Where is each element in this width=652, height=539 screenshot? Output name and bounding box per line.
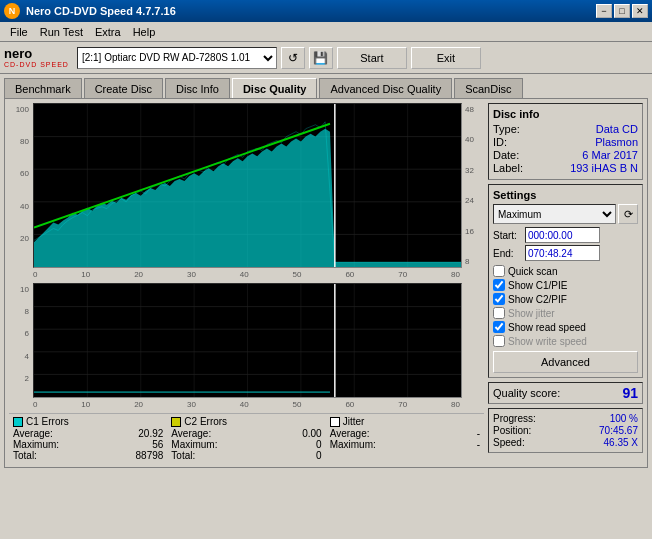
start-row: Start: [493, 227, 638, 243]
quick-scan-checkbox[interactable] [493, 265, 505, 277]
save-icon[interactable]: 💾 [309, 47, 333, 69]
end-row: End: [493, 245, 638, 261]
show-c2-checkbox[interactable] [493, 293, 505, 305]
top-chart [33, 103, 462, 268]
progress-label: Progress: [493, 413, 536, 424]
title-bar: N Nero CD-DVD Speed 4.7.7.16 − □ ✕ [0, 0, 652, 22]
c2-total-value: 0 [316, 450, 322, 461]
show-c2-row: Show C2/PIF [493, 293, 638, 305]
progress-section: Progress: 100 % Position: 70:45.67 Speed… [488, 408, 643, 453]
speed-row-prog: Speed: 46.35 X [493, 437, 638, 448]
settings-section: Settings Maximum ⟳ Start: End: Quick sca… [488, 184, 643, 378]
jitter-average-value: - [477, 428, 480, 439]
id-label: ID: [493, 136, 507, 148]
jitter-average-row: Average: - [330, 428, 480, 439]
menu-file[interactable]: File [4, 24, 34, 40]
jitter-color-box [330, 417, 340, 427]
c1-average-value: 20.92 [138, 428, 163, 439]
show-write-speed-checkbox[interactable] [493, 335, 505, 347]
quick-scan-row: Quick scan [493, 265, 638, 277]
close-button[interactable]: ✕ [632, 4, 648, 18]
c2-header: C2 Errors [171, 416, 321, 427]
show-c1-checkbox[interactable] [493, 279, 505, 291]
tabs-container: Benchmark Create Disc Disc Info Disc Qua… [0, 74, 652, 98]
drive-selector[interactable]: [2:1] Optiarc DVD RW AD-7280S 1.01 [77, 47, 277, 69]
menu-help[interactable]: Help [127, 24, 162, 40]
start-input[interactable] [525, 227, 600, 243]
show-jitter-label: Show jitter [508, 308, 555, 319]
menu-bar: File Run Test Extra Help [0, 22, 652, 42]
bottom-chart [33, 283, 462, 398]
progress-row: Progress: 100 % [493, 413, 638, 424]
c1-average-label: Average: [13, 428, 53, 439]
top-chart-section: 100 80 60 40 20 [9, 103, 484, 268]
disc-label-value: 193 iHAS B N [570, 162, 638, 174]
tab-disc-quality[interactable]: Disc Quality [232, 78, 318, 98]
start-button[interactable]: Start [337, 47, 407, 69]
top-chart-svg [34, 104, 461, 267]
c1-header: C1 Errors [13, 416, 163, 427]
date-label: Date: [493, 149, 519, 161]
jitter-max-label: Maximum: [330, 439, 376, 450]
show-jitter-checkbox[interactable] [493, 307, 505, 319]
quality-score-label: Quality score: [493, 387, 560, 399]
c2-max-label: Maximum: [171, 439, 217, 450]
label-row: Label: 193 iHAS B N [493, 162, 638, 174]
tab-disc-info[interactable]: Disc Info [165, 78, 230, 98]
maximize-button[interactable]: □ [614, 4, 630, 18]
show-c1-row: Show C1/PIE [493, 279, 638, 291]
c1-label: C1 Errors [26, 416, 69, 427]
disc-info-section: Disc info Type: Data CD ID: Plasmon Date… [488, 103, 643, 180]
nero-logo-text: nero [4, 47, 69, 61]
right-panel: Disc info Type: Data CD ID: Plasmon Date… [488, 103, 643, 463]
end-input[interactable] [525, 245, 600, 261]
speed-icon-btn[interactable]: ⟳ [618, 204, 638, 224]
nero-logo: nero CD-DVD SPEED [4, 47, 69, 68]
show-write-speed-label: Show write speed [508, 336, 587, 347]
c2-max-value: 0 [316, 439, 322, 450]
c1-errors-stats: C1 Errors Average: 20.92 Maximum: 56 Tot… [13, 416, 163, 461]
c1-total-label: Total: [13, 450, 37, 461]
c1-max-value: 56 [152, 439, 163, 450]
tab-create-disc[interactable]: Create Disc [84, 78, 163, 98]
speed-row: Maximum ⟳ [493, 204, 638, 224]
toolbar: nero CD-DVD SPEED [2:1] Optiarc DVD RW A… [0, 42, 652, 74]
exit-button[interactable]: Exit [411, 47, 481, 69]
c1-total-row: Total: 88798 [13, 450, 163, 461]
quality-score-value: 91 [622, 385, 638, 401]
speed-select[interactable]: Maximum [493, 204, 616, 224]
menu-extra[interactable]: Extra [89, 24, 127, 40]
show-c2-label: Show C2/PIF [508, 294, 567, 305]
jitter-average-label: Average: [330, 428, 370, 439]
c2-average-row: Average: 0.00 [171, 428, 321, 439]
jitter-header: Jitter [330, 416, 480, 427]
title-bar-text: Nero CD-DVD Speed 4.7.7.16 [26, 5, 176, 17]
tab-advanced-disc-quality[interactable]: Advanced Disc Quality [319, 78, 452, 98]
id-row: ID: Plasmon [493, 136, 638, 148]
menu-run-test[interactable]: Run Test [34, 24, 89, 40]
c2-average-value: 0.00 [302, 428, 321, 439]
advanced-button[interactable]: Advanced [493, 351, 638, 373]
quality-section: Quality score: 91 [488, 382, 643, 404]
bottom-chart-svg [34, 284, 461, 397]
date-row: Date: 6 Mar 2017 [493, 149, 638, 161]
jitter-max-value: - [477, 439, 480, 450]
refresh-icon[interactable]: ↺ [281, 47, 305, 69]
id-value: Plasmon [595, 136, 638, 148]
c2-max-row: Maximum: 0 [171, 439, 321, 450]
c2-total-label: Total: [171, 450, 195, 461]
c1-max-label: Maximum: [13, 439, 59, 450]
end-label: End: [493, 248, 523, 259]
tab-scan-disc[interactable]: ScanDisc [454, 78, 522, 98]
show-read-speed-checkbox[interactable] [493, 321, 505, 333]
jitter-stats: Jitter Average: - Maximum: - [330, 416, 480, 461]
tab-benchmark[interactable]: Benchmark [4, 78, 82, 98]
c1-color-box [13, 417, 23, 427]
c2-errors-stats: C2 Errors Average: 0.00 Maximum: 0 Total… [171, 416, 321, 461]
settings-title: Settings [493, 189, 638, 201]
minimize-button[interactable]: − [596, 4, 612, 18]
nero-logo-sub: CD-DVD SPEED [4, 61, 69, 68]
show-read-speed-label: Show read speed [508, 322, 586, 333]
c2-label: C2 Errors [184, 416, 227, 427]
c1-max-row: Maximum: 56 [13, 439, 163, 450]
